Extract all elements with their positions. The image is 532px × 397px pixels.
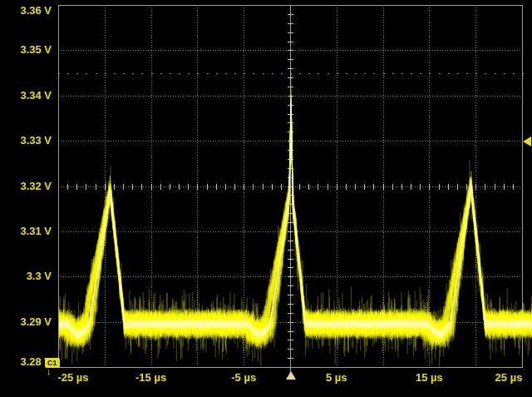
channel-offset-down-arrow-icon: ↓ <box>47 366 52 376</box>
y-axis-label: 3.3 V <box>0 270 52 283</box>
y-axis-label: 3.31 V <box>0 225 52 238</box>
x-axis-label: -15 µs <box>122 371 180 385</box>
trigger-level-marker-icon[interactable] <box>523 136 531 146</box>
waveform-display <box>0 0 532 397</box>
y-axis-label: 3.34 V <box>0 89 52 102</box>
x-axis-label: -25 µs <box>44 371 102 385</box>
x-axis-label: 15 µs <box>400 371 458 385</box>
x-axis-label: 25 µs <box>480 371 532 385</box>
x-axis-label: 5 µs <box>308 371 366 385</box>
trigger-position-marker-icon[interactable] <box>286 371 296 380</box>
y-axis-label: 3.32 V <box>0 180 52 193</box>
y-axis-label: 3.29 V <box>0 315 52 329</box>
y-axis-label: 3.36 V <box>0 4 52 17</box>
y-axis-label: 3.35 V <box>0 43 52 57</box>
y-axis-label: 3.33 V <box>0 134 52 147</box>
x-axis-label: -5 µs <box>214 371 273 385</box>
oscilloscope-screen: 3.36 V3.35 V3.34 V3.33 V3.32 V3.31 V3.3 … <box>0 0 532 397</box>
y-axis-label: 3.28 V <box>0 355 52 369</box>
